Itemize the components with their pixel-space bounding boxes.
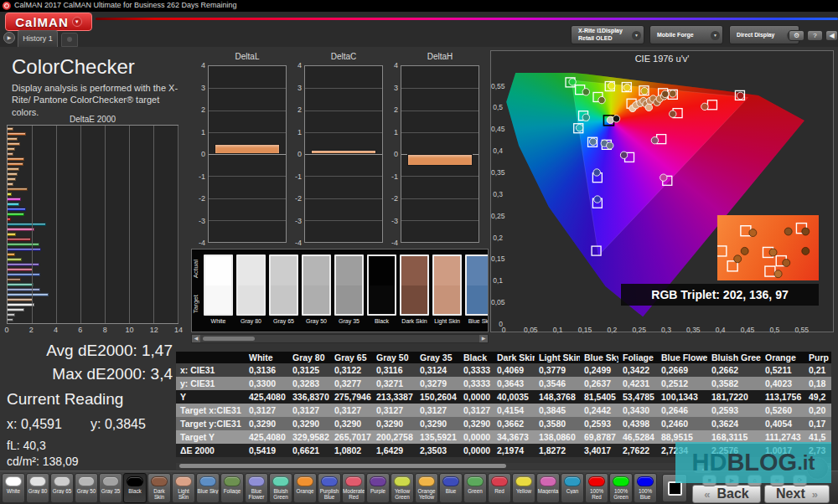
deltae-bar xyxy=(8,203,19,206)
pattern-button-orange-yellow[interactable]: Orange Yellow xyxy=(415,473,438,503)
chevron-down-icon: ▼ xyxy=(711,31,720,40)
pattern-button-gray-65[interactable]: Gray 65 xyxy=(50,473,74,503)
table-header: Orange xyxy=(761,352,804,363)
source-dropdown[interactable]: Mobile Forge ▼ xyxy=(649,25,723,44)
chevron-left-icon: « xyxy=(704,488,710,501)
back-button[interactable]: « Back xyxy=(692,485,761,503)
gear-icon: ⚙ xyxy=(794,32,799,39)
avg-de2000: Avg dE2000: 1,47 xyxy=(0,342,173,360)
display-control-status-indicator xyxy=(732,28,734,42)
new-tab-button[interactable] xyxy=(61,33,78,47)
pattern-button-white[interactable]: White xyxy=(2,473,25,503)
pattern-button-red[interactable]: Red xyxy=(488,473,511,503)
deltae-bar xyxy=(8,233,16,236)
title-bar: CalMAN 2017 CalMAN Ultimate for Business… xyxy=(0,0,838,12)
back-label: Back xyxy=(716,486,748,501)
pattern-button-yellow[interactable]: Yellow xyxy=(512,473,535,503)
watermark-hd: HD xyxy=(692,449,727,476)
scrollbar-thumb[interactable] xyxy=(203,337,255,341)
deltae-plot xyxy=(7,125,178,324)
pattern-button-100-green[interactable]: 100% Green xyxy=(609,473,633,503)
pattern-button-gray-35[interactable]: Gray 35 xyxy=(99,473,122,503)
deltae-bar xyxy=(8,283,34,286)
pattern-button-bluish-green[interactable]: Bluish Green xyxy=(269,473,292,503)
table-header: Black xyxy=(459,352,493,363)
pattern-button-light-skin[interactable]: Light Skin xyxy=(172,473,195,503)
target-axis-label: Target xyxy=(192,295,199,313)
table-header: Gray 35 xyxy=(416,352,459,363)
pattern-button-blue-flower[interactable]: Blue Flower xyxy=(245,473,268,503)
pattern-button-purplish-blue[interactable]: Purplish Blue xyxy=(318,473,341,503)
deltae-bar xyxy=(8,152,13,156)
cie-panel: CIE 1976 u'v' 00,050,10,150,20,250,30,35… xyxy=(490,50,834,332)
pattern-button-magenta[interactable]: Magenta xyxy=(536,473,560,503)
deltae-bar xyxy=(8,253,15,256)
delta-chart-deltah: DeltaH43210-1-2-3-4 xyxy=(385,52,481,253)
watermark-blog: BLOG xyxy=(727,449,797,476)
table-header xyxy=(176,352,245,363)
y-value: y: 0,3845 xyxy=(91,417,146,432)
deltae-bar xyxy=(8,268,33,271)
deltae-bar xyxy=(8,177,16,181)
deltae-bar xyxy=(8,172,18,176)
help-icon: ? xyxy=(813,32,816,39)
deltae-bar xyxy=(8,303,34,306)
pattern-button-100-red[interactable]: 100% Red xyxy=(585,473,608,503)
tab-history-1[interactable]: History 1 xyxy=(18,30,58,47)
deltae-bar xyxy=(8,248,41,251)
pattern-button-dark-skin[interactable]: Dark Skin xyxy=(147,473,171,503)
deltae-chart-title: DeltaE 2000 xyxy=(7,115,178,124)
x-value: x: 0,4591 xyxy=(7,417,62,431)
source-label: Mobile Forge xyxy=(657,26,711,44)
meter-dropdown[interactable]: X-Rite i1Display Retail OLED ▼ xyxy=(571,25,644,44)
gradient-divider xyxy=(96,18,838,20)
patch-white xyxy=(204,255,233,316)
calman-logo: CalMAN xyxy=(15,15,69,29)
table-row: Y425,4080336,8370275,7946213,3387150,260… xyxy=(176,390,831,404)
calman-menu-button[interactable]: CalMAN ▼ xyxy=(5,13,92,31)
deltae-bar xyxy=(8,278,21,281)
pattern-button-moderate-red[interactable]: Moderate Red xyxy=(342,473,365,503)
swatch-strip: Actual Target WhiteGray 80Gray 65Gray 50… xyxy=(191,249,489,332)
help-button[interactable]: ? xyxy=(807,30,823,41)
scrollbar-thumb[interactable] xyxy=(179,464,506,468)
settings-button[interactable]: ⚙ xyxy=(789,30,804,41)
table-header: Dark Skin xyxy=(493,352,535,363)
patch-light-skin xyxy=(432,255,462,316)
next-button[interactable]: Next » xyxy=(764,485,830,503)
table-header: Gray 80 xyxy=(288,352,330,363)
pattern-button-cyan[interactable]: Cyan xyxy=(561,473,584,503)
table-header: Light Skin xyxy=(535,352,580,363)
delta-chart-deltac: DeltaC43210-1-2-3-4 xyxy=(289,52,385,253)
scroll-left-icon[interactable]: ◀ xyxy=(192,335,200,342)
table-row: x: CIE310,31360,31250,31220,31160,31240,… xyxy=(176,363,831,377)
collapse-panel-button[interactable]: ◀ xyxy=(825,30,838,41)
pattern-button-green[interactable]: Green xyxy=(463,473,487,503)
page-title: ColorChecker xyxy=(12,55,135,79)
scroll-right-icon[interactable]: ▶ xyxy=(479,335,488,342)
pattern-button-black[interactable]: Black xyxy=(123,473,147,503)
deltae-bar xyxy=(8,213,24,216)
rgb-triplet-readout: RGB Triplet: 202, 136, 97 xyxy=(621,284,819,306)
pattern-button-yellow-green[interactable]: Yellow Green xyxy=(391,473,414,503)
tab-scroll-button[interactable]: ▶ xyxy=(3,32,15,44)
deltae-bar xyxy=(8,238,31,241)
pattern-button-100-blue[interactable]: 100% Blue xyxy=(634,473,657,503)
deltae-bar xyxy=(8,193,12,196)
pattern-button-blue-sky[interactable]: Blue Sky xyxy=(196,473,220,503)
pattern-button-gray-80[interactable]: Gray 80 xyxy=(26,473,49,503)
pattern-button-purple[interactable]: Purple xyxy=(366,473,390,503)
pattern-button-blue[interactable]: Blue xyxy=(439,473,463,503)
calman-window: CalMAN 2017 CalMAN Ultimate for Business… xyxy=(0,0,838,504)
swatch-scrollbar[interactable]: ◀ ▶ xyxy=(191,334,489,343)
deltae-bar xyxy=(8,293,49,296)
patch-gray-35 xyxy=(334,255,364,316)
deltae-bar xyxy=(8,208,26,211)
collapse-left-icon: ◀ xyxy=(829,32,834,39)
page-description: Display analysis is performed with the X… xyxy=(12,82,184,118)
pattern-button-foliage[interactable]: Foliage xyxy=(220,473,244,503)
pattern-button-orange[interactable]: Orange xyxy=(293,473,317,503)
deltae-bar xyxy=(8,137,18,141)
pattern-button-gray-50[interactable]: Gray 50 xyxy=(75,473,98,503)
next-label: Next xyxy=(776,486,805,501)
